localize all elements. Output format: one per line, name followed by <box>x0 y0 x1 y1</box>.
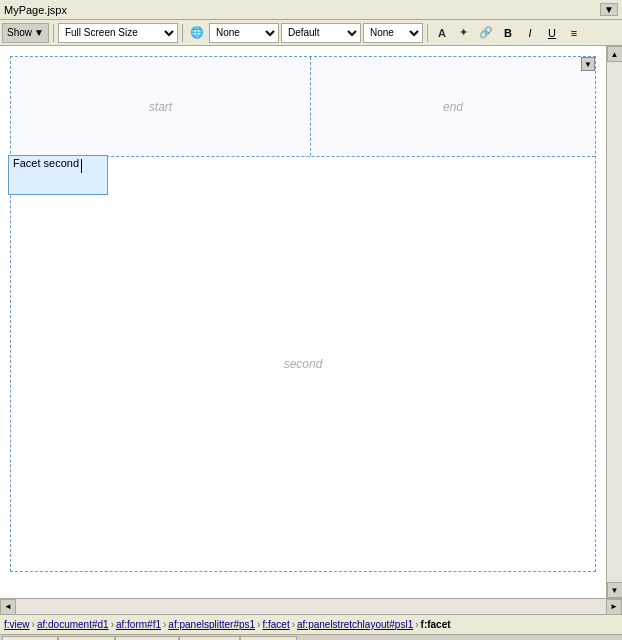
breadcrumb-sep-4: › <box>257 619 260 630</box>
breadcrumb-afform[interactable]: af:form#f1 <box>116 619 161 630</box>
tab-preview[interactable]: Preview <box>179 636 240 640</box>
globe-icon[interactable]: 🌐 <box>187 23 207 43</box>
italic-icon[interactable]: I <box>520 23 540 43</box>
scroll-track-v[interactable] <box>607 62 622 582</box>
star-icon[interactable]: ✦ <box>454 23 474 43</box>
end-label: end <box>443 100 463 114</box>
scroll-up-btn[interactable]: ▲ <box>607 46 623 62</box>
scroll-down-btn[interactable]: ▼ <box>607 582 623 598</box>
access-select[interactable]: None <box>363 23 423 43</box>
facet-label-text: Facet second <box>13 157 79 169</box>
theme-select[interactable]: Default <box>281 23 361 43</box>
breadcrumb-panelstretch[interactable]: af:panelstretchlayout#psl1 <box>297 619 413 630</box>
breadcrumb-sep-2: › <box>111 619 114 630</box>
scroll-right-btn[interactable]: ► <box>606 599 622 615</box>
toolbar: Show ▼ Full Screen Size 🌐 None Default N… <box>0 20 622 46</box>
design-canvas: ▼ start end second Facet second <box>0 46 622 598</box>
bottom-tabs: Design Source Bindings Preview History ◄… <box>0 634 622 640</box>
second-facet-label: second <box>284 357 323 371</box>
screen-size-select[interactable]: Full Screen Size <box>58 23 178 43</box>
breadcrumb-afdocument[interactable]: af:document#d1 <box>37 619 109 630</box>
start-label: start <box>149 100 172 114</box>
breadcrumb-sep-6: › <box>415 619 418 630</box>
list-icon[interactable]: ≡ <box>564 23 584 43</box>
panel-splitter-area: ▼ start end second <box>10 56 596 572</box>
title-filename: MyPage.jspx <box>4 4 67 16</box>
breadcrumb-ffacet[interactable]: f:facet <box>262 619 289 630</box>
breadcrumb-sep-5: › <box>292 619 295 630</box>
scroll-left-btn[interactable]: ◄ <box>0 599 16 615</box>
breadcrumb-sep-3: › <box>163 619 166 630</box>
breadcrumb-panelsplitter[interactable]: af:panelsplitter#ps1 <box>168 619 255 630</box>
style-select[interactable]: None <box>209 23 279 43</box>
text-cursor <box>81 159 82 173</box>
panel-top-row: start end <box>11 57 595 157</box>
tab-history[interactable]: History <box>240 636 296 640</box>
show-button[interactable]: Show ▼ <box>2 23 49 43</box>
horizontal-scrollbar[interactable]: ◄ ► <box>0 598 622 614</box>
scroll-track-h[interactable] <box>16 599 606 614</box>
panel-dropdown-btn[interactable]: ▼ <box>581 57 595 71</box>
bold-icon[interactable]: B <box>498 23 518 43</box>
toolbar-separator-3 <box>427 24 428 42</box>
show-label: Show <box>7 27 32 38</box>
vertical-scrollbar[interactable]: ▲ ▼ <box>606 46 622 598</box>
breadcrumb-sep-1: › <box>32 619 35 630</box>
end-facet: end <box>311 57 595 156</box>
toolbar-separator-1 <box>53 24 54 42</box>
tab-design[interactable]: Design <box>2 636 58 640</box>
start-facet: start <box>11 57 311 156</box>
underline-icon[interactable]: U <box>542 23 562 43</box>
text-format-a-icon[interactable]: A <box>432 23 452 43</box>
breadcrumb-current: f:facet <box>421 619 451 630</box>
title-bar: MyPage.jspx ▼ <box>0 0 622 20</box>
title-dropdown-btn[interactable]: ▼ <box>600 3 618 16</box>
tab-bindings[interactable]: Bindings <box>115 636 179 640</box>
breadcrumb-fview[interactable]: f:view <box>4 619 30 630</box>
breadcrumb-bar: f:view › af:document#d1 › af:form#f1 › a… <box>0 614 622 634</box>
toolbar-separator-2 <box>182 24 183 42</box>
show-dropdown-icon: ▼ <box>34 27 44 38</box>
facet-label-bar: Facet second <box>8 155 108 195</box>
tab-source[interactable]: Source <box>58 636 115 640</box>
link-icon[interactable]: 🔗 <box>476 23 496 43</box>
